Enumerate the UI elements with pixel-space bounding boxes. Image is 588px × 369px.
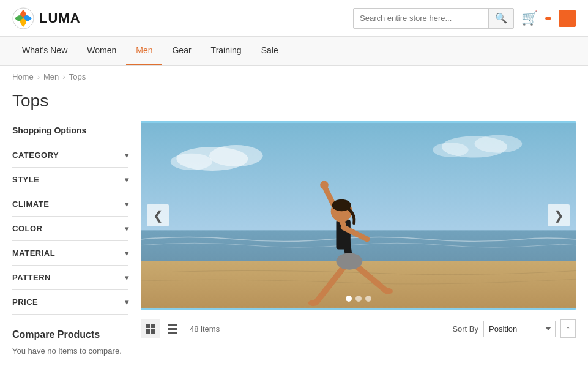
search-bar: 🔍 <box>353 8 514 29</box>
compare-section: Compare Products You have no items to co… <box>12 329 128 356</box>
svg-point-4 <box>171 154 212 170</box>
list-view-button[interactable] <box>163 319 182 338</box>
filter-category-label: CATEGORY <box>12 151 59 160</box>
nav-item-gear[interactable]: Gear <box>162 37 201 65</box>
filter-price-header[interactable]: PRICE ▾ <box>12 290 128 314</box>
grid-icon <box>146 324 155 334</box>
svg-point-3 <box>209 145 263 166</box>
list-icon <box>168 324 177 334</box>
filter-pattern: PATTERN ▾ <box>12 266 128 290</box>
svg-rect-27 <box>168 328 177 330</box>
filter-style-header[interactable]: STYLE ▾ <box>12 168 128 192</box>
filter-price-label: PRICE <box>12 297 38 307</box>
filter-pattern-header[interactable]: PATTERN ▾ <box>12 266 128 289</box>
compare-title: Compare Products <box>12 329 128 340</box>
nav-link-gear[interactable]: Gear <box>162 37 201 64</box>
filter-material-label: MATERIAL <box>12 248 55 258</box>
main-nav: What's New Women Men Gear Training Sale <box>0 37 588 66</box>
svg-rect-26 <box>168 324 177 326</box>
filter-pattern-chevron: ▾ <box>125 274 129 282</box>
filter-category-chevron: ▾ <box>125 151 129 160</box>
svg-rect-28 <box>168 332 177 334</box>
svg-point-14 <box>336 253 362 269</box>
page-title: Tops <box>0 88 588 121</box>
nav-link-men[interactable]: Men <box>126 37 162 65</box>
nav-item-women[interactable]: Women <box>77 37 126 65</box>
sort-direction-button[interactable]: ↑ <box>560 319 576 338</box>
filter-color-chevron: ▾ <box>125 225 129 233</box>
svg-rect-22 <box>146 324 150 328</box>
nav-link-women[interactable]: Women <box>77 37 126 64</box>
carousel-dot-2[interactable] <box>355 296 362 302</box>
filter-climate-header[interactable]: CLIMATE ▾ <box>12 192 128 216</box>
main-content: Shopping Options CATEGORY ▾ STYLE ▾ CLIM… <box>0 121 588 369</box>
items-count: 48 items <box>190 324 220 334</box>
banner-carousel: ❮ ❯ <box>141 121 576 310</box>
filter-style: STYLE ▾ <box>12 168 128 192</box>
svg-rect-23 <box>151 324 155 328</box>
carousel-prev-button[interactable]: ❮ <box>147 204 169 226</box>
toolbar-left: 48 items <box>141 319 220 338</box>
breadcrumb-sep-2: › <box>62 72 65 81</box>
header: LUMA 🔍 🛒 <box>0 0 588 37</box>
filter-climate-chevron: ▾ <box>125 200 129 209</box>
svg-rect-24 <box>146 329 150 334</box>
grid-view-button[interactable] <box>141 319 160 338</box>
nav-item-sale[interactable]: Sale <box>251 37 288 65</box>
filter-climate-label: CLIMATE <box>12 199 49 209</box>
account-button[interactable] <box>559 10 576 27</box>
compare-empty-text: You have no items to compare. <box>12 346 128 356</box>
sort-area: Sort By Position Product Name Price ↑ <box>452 319 576 338</box>
shopping-options-title: Shopping Options <box>12 121 128 143</box>
filter-style-label: STYLE <box>12 175 39 184</box>
filter-material-chevron: ▾ <box>125 249 129 258</box>
breadcrumb-home[interactable]: Home <box>12 72 34 81</box>
sort-select[interactable]: Position Product Name Price <box>483 321 556 337</box>
nav-item-training[interactable]: Training <box>201 37 251 65</box>
nav-item-whats-new[interactable]: What's New <box>12 37 77 65</box>
breadcrumb-current: Tops <box>69 72 86 81</box>
nav-link-whats-new[interactable]: What's New <box>12 37 77 64</box>
filter-category: CATEGORY ▾ <box>12 143 128 168</box>
filter-climate: CLIMATE ▾ <box>12 192 128 217</box>
cart-badge <box>545 17 551 20</box>
carousel-dot-3[interactable] <box>365 296 371 302</box>
carousel-dot-1[interactable] <box>346 296 352 302</box>
filter-color-header[interactable]: COLOR ▾ <box>12 217 128 240</box>
nav-link-sale[interactable]: Sale <box>251 37 288 64</box>
search-input[interactable] <box>354 13 488 23</box>
svg-point-20 <box>383 288 393 294</box>
cart-icon-wrap[interactable]: 🛒 <box>521 10 538 26</box>
carousel-next-button[interactable]: ❯ <box>548 204 570 226</box>
filter-category-header[interactable]: CATEGORY ▾ <box>12 143 128 167</box>
search-button[interactable]: 🔍 <box>488 8 513 29</box>
nav-item-men[interactable]: Men <box>126 37 162 65</box>
svg-point-21 <box>308 300 319 306</box>
breadcrumb: Home › Men › Tops <box>0 66 588 88</box>
filter-price-chevron: ▾ <box>125 298 129 307</box>
svg-point-19 <box>320 181 329 190</box>
view-modes <box>141 319 182 338</box>
filter-color-label: COLOR <box>12 224 42 233</box>
carousel-dots <box>346 296 371 302</box>
breadcrumb-sep-1: › <box>37 72 40 81</box>
header-right: 🔍 🛒 <box>353 8 576 29</box>
breadcrumb-men[interactable]: Men <box>43 72 59 81</box>
svg-point-6 <box>474 135 522 153</box>
filter-material: MATERIAL ▾ <box>12 241 128 266</box>
logo-text: LUMA <box>39 10 81 26</box>
filter-style-chevron: ▾ <box>125 176 129 184</box>
nav-link-training[interactable]: Training <box>201 37 251 64</box>
sidebar: Shopping Options CATEGORY ▾ STYLE ▾ CLIM… <box>12 121 128 369</box>
logo-area: LUMA <box>12 7 81 29</box>
logo-icon <box>12 7 34 29</box>
sort-by-label: Sort By <box>452 324 478 334</box>
sort-direction-icon: ↑ <box>566 324 570 334</box>
filter-material-header[interactable]: MATERIAL ▾ <box>12 241 128 265</box>
filter-pattern-label: PATTERN <box>12 273 51 282</box>
filter-price: PRICE ▾ <box>12 290 128 315</box>
banner-image <box>141 121 576 310</box>
filter-color: COLOR ▾ <box>12 217 128 241</box>
svg-rect-25 <box>151 329 155 334</box>
product-toolbar: 48 items Sort By Position Product Name P… <box>141 310 576 345</box>
